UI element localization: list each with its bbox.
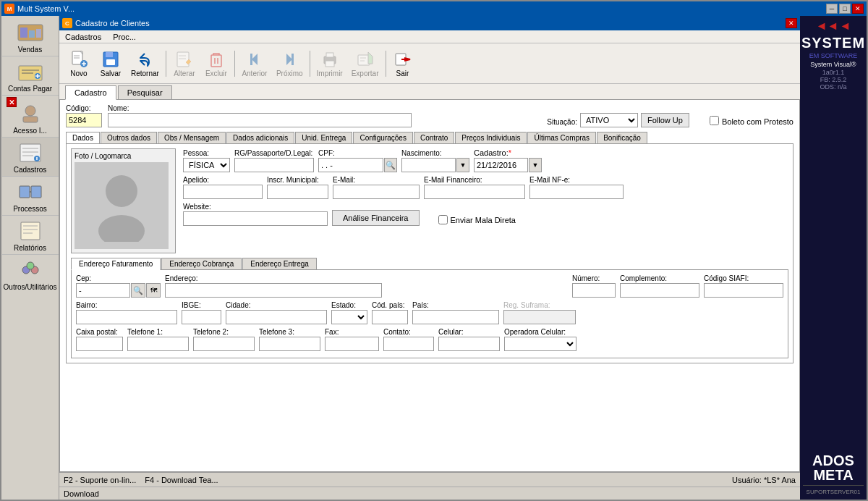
tab-unid-entrega[interactable]: Unid. Entrega xyxy=(295,132,352,143)
cpf-search-btn[interactable]: 🔍 xyxy=(384,158,397,172)
brand-em-software: EM SOFTWARE xyxy=(809,52,858,59)
sidebar-item-contas-pagar[interactable]: Contas Pagar xyxy=(2,56,59,96)
endereco-input[interactable] xyxy=(165,283,382,298)
sidebar-item-cadastros[interactable]: Cadastros xyxy=(2,138,59,177)
nome-input[interactable] xyxy=(108,113,412,127)
nascimento-cal-btn[interactable]: ▼ xyxy=(456,158,469,172)
novo-button[interactable]: Novo xyxy=(64,48,94,79)
complemento-input[interactable] xyxy=(620,283,699,298)
reg-suframa-input[interactable] xyxy=(503,310,576,324)
cadastro-input[interactable] xyxy=(474,158,528,172)
cod-siafi-input[interactable] xyxy=(704,283,783,298)
sidebar-item-relatorios[interactable]: Relatórios xyxy=(2,216,59,255)
tab-bonificacao[interactable]: Bonificação xyxy=(597,132,647,143)
numero-group: Número: xyxy=(572,274,616,298)
brand-fb: FB: 2.5.2 xyxy=(820,76,847,83)
svg-rect-50 xyxy=(326,61,334,67)
caixa-postal-input[interactable] xyxy=(76,337,123,351)
tab-outros-dados[interactable]: Outros dados xyxy=(101,132,157,143)
tab-pesquisar[interactable]: Pesquisar xyxy=(118,85,172,99)
cep-map-btn[interactable]: 🗺 xyxy=(146,283,161,298)
svg-rect-21 xyxy=(21,222,40,240)
sidebar-item-outros[interactable]: Outros/Utilitários xyxy=(2,255,59,293)
fax-input[interactable] xyxy=(325,337,379,351)
close-btn[interactable]: ✕ xyxy=(852,4,864,14)
sidebar-item-acesso[interactable]: ✕ Acesso I... xyxy=(2,96,59,138)
cidade-input[interactable] xyxy=(226,310,327,324)
inner-title-text: Cadastro de Clientes xyxy=(75,19,150,28)
salvar-button[interactable]: Salvar xyxy=(95,48,126,79)
cpf-input[interactable] xyxy=(318,158,383,172)
email-nfe-input[interactable] xyxy=(529,185,624,199)
cod-siafi-label: Código SIAFI: xyxy=(704,274,783,282)
sidebar-item-processos[interactable]: Processos xyxy=(2,177,59,216)
download-label: Download xyxy=(64,489,99,498)
numero-input[interactable] xyxy=(572,283,616,298)
tel3-input[interactable] xyxy=(259,337,320,351)
nascimento-input[interactable] xyxy=(401,158,456,172)
rg-input[interactable] xyxy=(234,158,314,172)
contato-input[interactable] xyxy=(383,337,434,351)
apelido-group: Apelido: xyxy=(183,176,263,199)
imprimir-button[interactable]: Imprimir xyxy=(313,48,346,79)
enviar-mala-checkbox[interactable] xyxy=(438,215,448,224)
cod-pais-input[interactable] xyxy=(372,310,408,324)
inscr-input[interactable] xyxy=(267,185,328,199)
sidebar-item-vendas[interactable]: Vendas xyxy=(2,17,59,56)
website-input[interactable] xyxy=(183,211,328,226)
excluir-button[interactable]: Excluir xyxy=(201,48,231,79)
analise-financeira-button[interactable]: Análise Financeira xyxy=(332,210,420,226)
anterior-button[interactable]: Anterior xyxy=(238,48,271,79)
addr-tab-cobranca[interactable]: Endereço Cobrança xyxy=(161,258,242,269)
sidebar-label-processos: Processos xyxy=(13,205,47,213)
boleto-checkbox[interactable] xyxy=(710,116,719,125)
tel1-input[interactable] xyxy=(127,337,189,351)
menu-proc[interactable]: Proc... xyxy=(110,32,139,42)
menu-cadastros[interactable]: Cadastros xyxy=(62,32,104,42)
ibge-input[interactable] xyxy=(182,310,221,324)
tab-obs-mensagem[interactable]: Obs / Mensagem xyxy=(158,132,226,143)
addr-tab-faturamento[interactable]: Endereço Faturamento xyxy=(71,258,161,270)
tab-configuracoes[interactable]: Configurações xyxy=(353,132,412,143)
tab-precos-individuais[interactable]: Preços Individuais xyxy=(455,132,527,143)
minimize-btn[interactable]: ─ xyxy=(826,4,838,14)
tel2-input[interactable] xyxy=(193,337,255,351)
save-icon xyxy=(101,49,121,70)
tab-contrato[interactable]: Contrato xyxy=(414,132,454,143)
celular-input[interactable] xyxy=(438,337,500,351)
retornar-button[interactable]: Retornar xyxy=(127,48,163,79)
sidebar-label-relatorios: Relatórios xyxy=(14,244,46,252)
tab-dados-adicionais[interactable]: Dados adicionais xyxy=(226,132,294,143)
inscr-label: Inscr. Municipal: xyxy=(267,176,328,184)
addr-tab-entrega[interactable]: Endereço Entrega xyxy=(242,258,317,269)
caixa-postal-group: Caixa postal: xyxy=(76,328,123,351)
estado-select[interactable]: ACALAMAPBACEDFESGOMAMGMSMTPAPBPEPIPRRJRN… xyxy=(331,310,367,324)
tab-cadastro[interactable]: Cadastro xyxy=(65,85,116,100)
svg-rect-11 xyxy=(23,117,38,122)
apelido-input[interactable] xyxy=(183,185,263,199)
situacao-select[interactable]: ATIVO INATIVO xyxy=(580,113,638,127)
follow-up-button[interactable]: Follow Up xyxy=(641,113,689,127)
cadastro-cal-btn[interactable]: ▼ xyxy=(529,158,542,172)
sair-button[interactable]: Sair xyxy=(389,48,417,79)
tab-dados[interactable]: Dados xyxy=(66,132,100,144)
alterar-button[interactable]: Alterar xyxy=(169,48,200,79)
tab-ultimas-compras[interactable]: Últimas Compras xyxy=(527,132,596,143)
bairro-input[interactable] xyxy=(76,310,177,324)
cep-input[interactable] xyxy=(76,283,130,298)
cep-search-btn[interactable]: 🔍 xyxy=(131,283,145,298)
email-fin-input[interactable] xyxy=(424,185,525,199)
exportar-button[interactable]: Exportar xyxy=(348,48,383,79)
pais-input[interactable] xyxy=(412,310,499,324)
inner-close-btn[interactable]: ✕ xyxy=(786,18,797,28)
proximo-button[interactable]: Próximo xyxy=(273,48,307,79)
svg-rect-1 xyxy=(20,28,27,38)
cidade-label: Cidade: xyxy=(226,301,327,309)
codigo-label: Código: xyxy=(66,104,102,112)
codigo-input[interactable] xyxy=(66,113,102,127)
pessoa-select[interactable]: FÍSICA JURÍDICA xyxy=(183,158,230,172)
maximize-btn[interactable]: □ xyxy=(839,4,851,14)
email-input[interactable] xyxy=(333,185,420,199)
operadora-select[interactable] xyxy=(504,337,576,351)
toolbar-sep4 xyxy=(386,51,386,77)
